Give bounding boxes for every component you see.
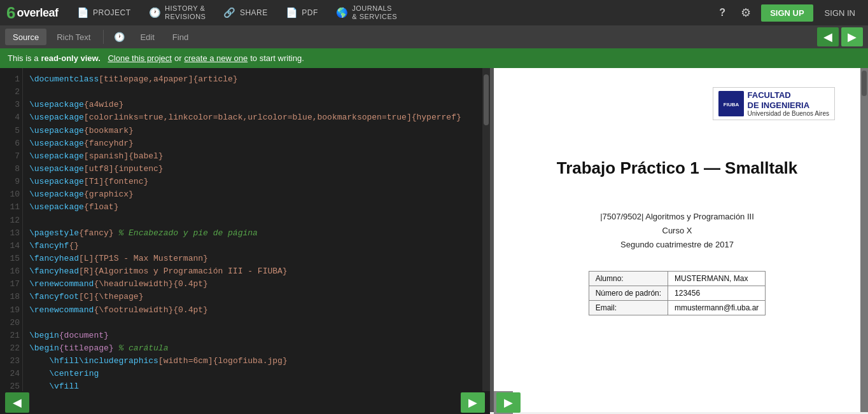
preview-subtitle-line1: |7507/9502| Algoritmos y Programación II… <box>600 210 754 224</box>
table-row: Email:mmustermann@fi.uba.ar <box>589 301 766 315</box>
code-area[interactable]: 1234567891011121314151617181920212223242… <box>0 68 490 412</box>
logo-text-ingenieria: DE INGENIERIA <box>748 100 829 111</box>
nav-project[interactable]: 📄 PROJECT <box>68 0 140 25</box>
app-logo[interactable]: 6 overleaf <box>6 3 59 23</box>
line-number: 4 <box>5 111 20 124</box>
readonly-banner: This is a read-only view. Clone this pro… <box>0 48 868 68</box>
banner-text-suffix: to start writing. <box>250 53 304 63</box>
editor-panel: 1234567891011121314151617181920212223242… <box>0 68 490 412</box>
navigate-left-button[interactable]: ◀ <box>817 27 839 46</box>
banner-space-1 <box>103 53 106 63</box>
bottom-right-arrow-icon: ▶ <box>468 396 477 410</box>
code-line <box>29 86 485 99</box>
preview-bottom-right-arrow[interactable]: ▶ <box>496 392 521 413</box>
code-content[interactable]: \documentclass[titlepage,a4paper]{articl… <box>23 68 490 412</box>
code-line: \hfill\includegraphics[width=6cm]{logofi… <box>29 355 485 368</box>
settings-button[interactable]: ⚙ <box>736 3 756 22</box>
logo-text-sub: Universidad de Buenos Aires <box>748 110 829 117</box>
find-button[interactable]: Find <box>165 29 196 45</box>
banner-bold-text: read-only view. <box>41 53 100 63</box>
help-button[interactable]: ? <box>714 4 731 21</box>
line-number: 16 <box>5 265 20 278</box>
main-content: 1234567891011121314151617181920212223242… <box>0 68 868 412</box>
history-toolbar-icon: 🕐 <box>114 32 125 42</box>
create-new-link[interactable]: create a new one <box>184 53 248 63</box>
settings-icon: ⚙ <box>741 6 751 20</box>
preview-content: FIUBA FACULTAD DE INGENIERIA Universidad… <box>494 68 860 412</box>
preview-scrollbar[interactable] <box>860 68 868 412</box>
line-number: 23 <box>5 355 20 368</box>
code-line: \fancyhf{} <box>29 240 485 252</box>
clone-project-link[interactable]: Clone this project <box>108 53 171 63</box>
code-line: \usepackage{float} <box>29 201 485 214</box>
table-label: Número de padrón: <box>589 286 668 301</box>
logo-six: 6 <box>6 3 15 23</box>
code-line <box>29 214 485 227</box>
line-number: 20 <box>5 317 20 329</box>
code-line: \begin{document} <box>29 329 485 342</box>
code-line: \fancyfoot[C]{\thepage} <box>29 291 485 303</box>
table-value: MUSTERMANN, Max <box>668 272 766 286</box>
line-number: 5 <box>5 125 20 137</box>
left-arrow-icon: ◀ <box>823 30 832 44</box>
history-toolbar-button[interactable]: 🕐 <box>109 29 130 45</box>
preview-subtitle-line3: Segundo cuatrimestre de 2017 <box>600 238 754 252</box>
nav-journals[interactable]: 🌎 JOURNALS& SERVICES <box>327 0 406 25</box>
logo-text-container: FACULTAD DE INGENIERIA Universidad de Bu… <box>748 90 829 117</box>
preview-scrollbar-thumb[interactable] <box>862 71 867 96</box>
line-number: 24 <box>5 368 20 380</box>
code-line: \fancyhead[L]{TP1S - Max Mustermann} <box>29 252 485 265</box>
navbar: 6 overleaf 📄 PROJECT 🕐 HISTORY &REVISION… <box>0 0 868 25</box>
line-number: 6 <box>5 137 20 150</box>
code-line: \pagestyle{fancy} % Encabezado y pie de … <box>29 227 485 240</box>
preview-info-table: Alumno:MUSTERMANN, MaxNúmero de padrón:1… <box>589 271 766 315</box>
toolbar-separator-1 <box>103 30 104 44</box>
line-number: 21 <box>5 329 20 342</box>
nav-history[interactable]: 🕐 HISTORY &REVISIONS <box>140 0 215 25</box>
editor-bottom-left-arrow[interactable]: ◀ <box>5 392 29 413</box>
code-line: \usepackage{bookmark} <box>29 125 485 137</box>
svg-text:FIUBA: FIUBA <box>723 102 739 107</box>
line-number: 12 <box>5 214 20 227</box>
nav-share[interactable]: 🔗 SHARE <box>214 0 276 25</box>
editor-bottom-right-arrow[interactable]: ▶ <box>461 392 485 413</box>
line-number: 1 <box>5 73 20 86</box>
university-logo: FIUBA FACULTAD DE INGENIERIA Universidad… <box>713 87 835 120</box>
code-line: \usepackage[colorlinks=true,linkcolor=bl… <box>29 111 485 124</box>
line-number: 13 <box>5 227 20 240</box>
table-row: Número de padrón:123456 <box>589 286 766 301</box>
editor-toolbar: Source Rich Text 🕐 Edit Find ◀ ▶ <box>0 25 868 48</box>
line-number: 14 <box>5 240 20 252</box>
navigate-right-button[interactable]: ▶ <box>841 27 863 46</box>
preview-subtitle-line2: Curso X <box>600 224 754 238</box>
signup-button[interactable]: SIGN UP <box>761 4 813 22</box>
code-line: \renewcommand{\headrulewidth}{0.4pt} <box>29 278 485 291</box>
line-number: 8 <box>5 163 20 176</box>
source-tab[interactable]: Source <box>5 29 46 45</box>
journals-icon: 🌎 <box>336 7 349 18</box>
signin-button[interactable]: SIGN IN <box>818 4 862 22</box>
editor-scrollbar[interactable] <box>482 68 490 412</box>
code-line: \begin{titlepage} % carátula <box>29 342 485 355</box>
right-arrow-icon: ▶ <box>848 30 857 44</box>
code-line: \centering <box>29 368 485 380</box>
line-number: 9 <box>5 176 20 188</box>
code-line: \usepackage{graphicx} <box>29 188 485 201</box>
line-numbers: 1234567891011121314151617181920212223242… <box>0 68 23 412</box>
code-line: \usepackage[T1]{fontenc} <box>29 176 485 188</box>
table-label: Email: <box>589 301 668 315</box>
edit-button[interactable]: Edit <box>132 29 162 45</box>
code-line: \usepackage{fancyhdr} <box>29 137 485 150</box>
rich-text-tab[interactable]: Rich Text <box>49 29 98 45</box>
logo-name: overleaf <box>17 6 58 20</box>
preview-subtitle: |7507/9502| Algoritmos y Programación II… <box>600 210 754 252</box>
preview-bottom-right-icon: ▶ <box>504 396 513 410</box>
line-number: 17 <box>5 278 20 291</box>
preview-bottom-nav: ▶ <box>494 391 513 414</box>
nav-pdf[interactable]: 📄 PDF <box>277 0 327 25</box>
table-value: 123456 <box>668 286 766 301</box>
line-number: 15 <box>5 252 20 265</box>
editor-scrollbar-thumb[interactable] <box>484 74 489 125</box>
fiuba-logo-svg: FIUBA <box>718 91 744 116</box>
share-icon: 🔗 <box>223 7 236 18</box>
